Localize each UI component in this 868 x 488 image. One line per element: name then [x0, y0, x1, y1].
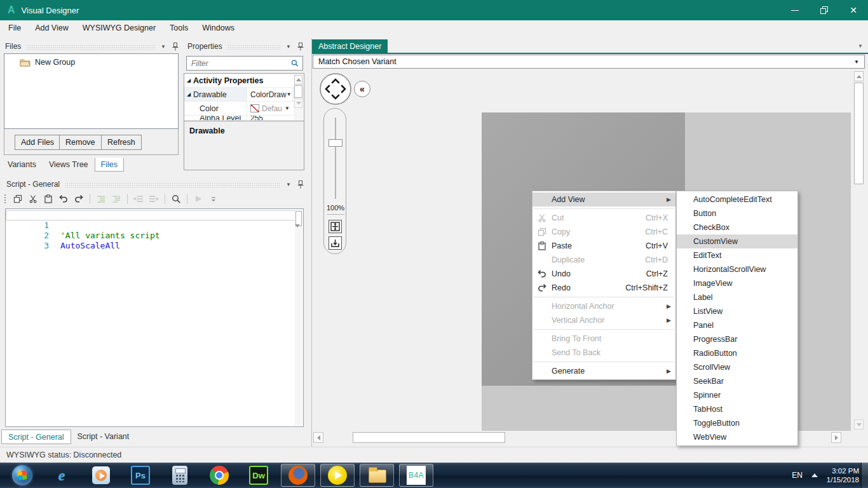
toolbar-undo-button[interactable] — [57, 193, 70, 205]
property-value-dropdown[interactable]: Defau ▼ — [247, 102, 292, 115]
tab-script-variant[interactable]: Script - Variant — [71, 430, 136, 444]
fit-to-screen-button[interactable] — [329, 220, 342, 233]
show-hidden-icons-button[interactable] — [811, 473, 818, 477]
menu-item-generate[interactable]: Generate ▶ — [532, 364, 675, 378]
menu-item-horizontal-anchor[interactable]: Horizontal Anchor ▶ — [532, 299, 675, 313]
refresh-button[interactable]: Refresh — [101, 135, 142, 150]
taskbar-explorer[interactable] — [360, 464, 394, 487]
collapse-toolbar-button[interactable]: « — [354, 81, 370, 97]
pin-icon[interactable] — [297, 180, 304, 189]
submenu-item-autocompleteedittext[interactable]: AutoCompleteEditText — [677, 193, 797, 207]
tab-abstract-designer[interactable]: Abstract Designer — [312, 39, 388, 53]
menu-item-bring-to-front[interactable]: Bring To Front ▶ — [532, 332, 675, 346]
editor-scrollbar[interactable] — [295, 210, 302, 426]
menu-item-duplicate[interactable]: Duplicate Ctrl+D ▶ — [532, 253, 675, 267]
collapse-triangle-icon[interactable]: ◢ — [184, 78, 193, 83]
submenu-item-progressbar[interactable]: ProgressBar — [677, 332, 797, 346]
toolbar-paste-button[interactable] — [42, 193, 55, 205]
code-editor[interactable]: 1 'All variants script 2 AutoScaleAll 3 — [5, 208, 304, 427]
taskbar-calculator[interactable] — [160, 463, 200, 488]
submenu-item-seekbar[interactable]: SeekBar — [677, 374, 797, 388]
scroll-up-button[interactable] — [294, 75, 302, 85]
taskbar-internet-explorer[interactable]: e — [42, 463, 81, 488]
menu-item-cut[interactable]: Cut Ctrl+X ▶ — [532, 211, 675, 225]
toolbar-play-button[interactable] — [192, 193, 205, 205]
submenu-item-checkbox[interactable]: CheckBox — [677, 220, 797, 234]
submenu-item-scrollview[interactable]: ScrollView — [677, 360, 797, 374]
submenu-item-edittext[interactable]: EditText — [677, 248, 797, 262]
submenu-item-spinner[interactable]: Spinner — [677, 388, 797, 402]
files-group-row[interactable]: New Group — [4, 54, 178, 67]
restore-button[interactable] — [810, 0, 839, 20]
tab-variants[interactable]: Variants — [1, 158, 43, 172]
properties-scrollbar[interactable] — [294, 74, 303, 120]
taskbar-dreamweaver[interactable]: Dw — [239, 463, 278, 488]
scroll-up-button[interactable] — [854, 71, 864, 81]
close-button[interactable]: ✕ — [839, 0, 868, 20]
property-row-drawable[interactable]: ◢ Drawable ColorDraw ▼ — [184, 88, 304, 102]
toolbar-indent-button[interactable] — [95, 193, 107, 205]
menu-item-vertical-anchor[interactable]: Vertical Anchor ▶ — [532, 313, 675, 327]
variant-selector-combobox[interactable]: Match Chosen Variant ▼ — [313, 55, 865, 69]
menubar-item-file[interactable]: File — [1, 21, 28, 35]
search-icon[interactable] — [291, 58, 299, 68]
submenu-item-imageview[interactable]: ImageView — [677, 276, 797, 290]
submenu-item-webview[interactable]: WebView — [677, 430, 797, 444]
submenu-item-radiobutton[interactable]: RadioButton — [677, 346, 797, 360]
taskbar-b4a[interactable]: B4A — [399, 464, 433, 487]
language-indicator[interactable]: EN — [792, 471, 803, 480]
property-row-clipped[interactable]: Alpha Level 255 — [184, 116, 304, 121]
dock-view-button[interactable] — [329, 236, 342, 250]
scroll-down-button[interactable] — [854, 419, 864, 430]
submenu-item-tabhost[interactable]: TabHost — [677, 402, 797, 416]
property-row-color[interactable]: Color Defau ▼ — [184, 102, 304, 116]
tab-list-arrow-icon[interactable]: ▼ — [858, 43, 863, 49]
toolbar-copy-button[interactable] — [11, 193, 24, 205]
menubar-item-tools[interactable]: Tools — [163, 21, 195, 35]
vertical-scrollbar[interactable] — [853, 71, 864, 430]
menubar-item-windows[interactable]: Windows — [195, 21, 241, 35]
toolbar-cut-button[interactable] — [27, 193, 39, 205]
menubar-item-wysiwyg-designer[interactable]: WYSIWYG Designer — [76, 21, 163, 35]
zoom-slider-thumb[interactable] — [329, 139, 342, 147]
pin-icon[interactable] — [297, 43, 304, 51]
submenu-item-horizontalscrollview[interactable]: HorizontalScrollView — [677, 262, 797, 276]
submenu-item-label[interactable]: Label — [677, 290, 797, 304]
tab-views-tree[interactable]: Views Tree — [43, 158, 95, 172]
scrollbar-thumb[interactable] — [294, 85, 302, 98]
menu-item-copy[interactable]: Copy Ctrl+C ▶ — [532, 225, 675, 239]
taskbar-start[interactable] — [3, 463, 42, 488]
show-desktop-button[interactable] — [861, 463, 868, 488]
scrollbar-thumb[interactable] — [353, 432, 505, 443]
menu-item-paste[interactable]: Paste Ctrl+V ▶ — [532, 239, 675, 253]
clock[interactable]: 3:02 PM 1/15/2018 — [827, 466, 859, 484]
toolbar-indent-alt-button[interactable] — [110, 193, 123, 205]
submenu-item-panel[interactable]: Panel — [677, 318, 797, 332]
menu-item-send-to-back[interactable]: Send To Back ▶ — [532, 346, 675, 360]
pin-icon[interactable] — [172, 43, 179, 51]
add-files-button[interactable]: Add Files — [15, 135, 60, 150]
tab-files[interactable]: Files — [95, 158, 124, 172]
menu-item-add-view[interactable]: Add View ▶ — [532, 193, 675, 207]
taskbar-firefox[interactable] — [281, 464, 315, 487]
toolbar-redo-button[interactable] — [72, 193, 85, 205]
filter-input[interactable] — [187, 59, 291, 68]
submenu-item-button[interactable]: Button — [677, 207, 797, 220]
tab-script-general[interactable]: Script - General — [1, 430, 71, 444]
scroll-right-button[interactable] — [831, 432, 841, 443]
panel-menu-arrow-icon[interactable]: ▼ — [286, 44, 291, 50]
zoom-slider-track[interactable] — [335, 118, 336, 199]
menu-item-undo[interactable]: Undo Ctrl+Z ▶ — [532, 267, 675, 281]
remove-button[interactable]: Remove — [59, 135, 102, 150]
taskbar-media-play[interactable] — [320, 464, 355, 487]
taskbar-photoshop[interactable]: Ps — [121, 463, 160, 488]
toolbar-grip[interactable] — [4, 194, 6, 204]
panel-menu-arrow-icon[interactable]: ▼ — [161, 44, 166, 50]
scrollbar-thumb[interactable] — [854, 83, 864, 184]
menu-item-redo[interactable]: Redo Ctrl+Shift+Z ▶ — [532, 281, 675, 295]
scroll-down-button[interactable] — [294, 98, 302, 108]
scroll-left-button[interactable] — [313, 432, 323, 443]
submenu-item-customview[interactable]: CustomView — [677, 234, 797, 248]
taskbar-chrome[interactable] — [200, 463, 239, 488]
taskbar-media-player[interactable] — [81, 463, 121, 488]
